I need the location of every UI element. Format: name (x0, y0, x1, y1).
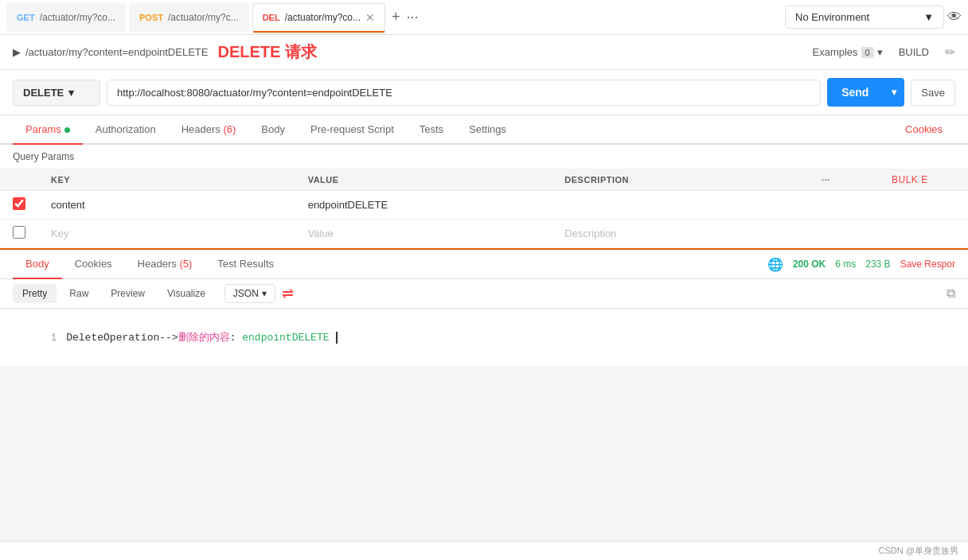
th-value: VALUE (308, 175, 559, 185)
save-response-button[interactable]: Save Respor (900, 259, 955, 270)
th-description: DESCRIPTION (564, 175, 815, 185)
resp-tab-body[interactable]: Body (13, 250, 62, 279)
format-preview-button[interactable]: Preview (101, 284, 154, 303)
tab-get-path: /actuator/my?co... (40, 12, 115, 23)
tab-authorization-label: Authorization (96, 123, 156, 135)
add-tab-button[interactable]: + (392, 9, 400, 25)
tab-cookies[interactable]: Cookies (892, 115, 955, 145)
tab-params[interactable]: Params (13, 115, 83, 145)
response-time: 6 ms (835, 259, 856, 270)
more-tabs-button[interactable]: ··· (407, 9, 419, 25)
tabs-bar: GET /actuator/my?co... POST /actuator/my… (0, 0, 968, 35)
new-param-row: Key Value Description (0, 220, 968, 248)
status-code: 200 OK (793, 259, 826, 270)
examples-label: Examples (813, 46, 858, 58)
row-key[interactable]: content (51, 196, 302, 214)
tab-headers-label: Headers (182, 123, 221, 135)
url-bar: DELETE ▾ Send ▾ Save (0, 70, 968, 115)
params-table: KEY VALUE DESCRIPTION ··· Bulk E content… (0, 169, 968, 248)
save-button[interactable]: Save (911, 80, 955, 106)
tab-del-method: DEL (263, 13, 280, 22)
line-number-1: 1 (37, 332, 57, 344)
row-value[interactable]: endpointDELETE (308, 196, 559, 214)
tab-del[interactable]: DEL /actuator/my?co... ✕ (252, 3, 385, 32)
tab-settings-label: Settings (469, 123, 506, 135)
new-row-checkbox-cell (13, 226, 45, 241)
tab-get[interactable]: GET /actuator/my?co... (6, 3, 126, 32)
response-line-1: 1DeleteOperation-->删除的内容: endpointDELETE (13, 318, 955, 356)
resp-headers-count: (5) (179, 258, 192, 270)
examples-button[interactable]: Examples 0 ▾ (813, 46, 883, 58)
th-bulk: Bulk E (892, 174, 955, 185)
send-button[interactable]: Send ▾ (827, 78, 904, 107)
examples-chevron-icon: ▾ (877, 46, 883, 58)
new-row-key[interactable]: Key (51, 224, 302, 243)
edit-icon[interactable]: ✏ (945, 45, 955, 60)
format-raw-button[interactable]: Raw (60, 284, 98, 303)
format-bar: Pretty Raw Preview Visualize JSON ▾ ⇌ ⧉ (0, 279, 968, 309)
bulk-edit-button[interactable]: Bulk E (892, 174, 928, 185)
title-bar: ▶ /actuator/my?content=endpointDELETE DE… (0, 35, 968, 70)
tab-tests[interactable]: Tests (407, 115, 456, 145)
path-arrow-icon: ▶ (13, 46, 21, 58)
row-actions (822, 202, 885, 208)
row-checkbox[interactable] (13, 197, 25, 210)
url-input[interactable] (107, 80, 821, 106)
response-body: 1DeleteOperation-->删除的内容: endpointDELETE (0, 309, 968, 366)
format-pretty-button[interactable]: Pretty (13, 284, 57, 303)
resp-tab-cookies-label: Cookies (75, 258, 112, 270)
eye-icon[interactable]: 👁 (947, 9, 962, 25)
send-label: Send (827, 78, 883, 107)
tab-post-method: POST (139, 13, 163, 22)
tab-body[interactable]: Body (248, 115, 298, 145)
headers-count: (6) (223, 123, 236, 135)
th-key: KEY (51, 175, 302, 185)
resp-tab-headers-label: Headers (138, 258, 177, 270)
params-active-dot (64, 127, 70, 133)
env-chevron-icon: ▼ (923, 11, 934, 23)
request-tabs: Params Authorization Headers (6) Body Pr… (0, 115, 968, 145)
table-row: content endpointDELETE (0, 191, 968, 220)
new-row-description[interactable]: Description (564, 224, 815, 243)
response-content: DeleteOperation-->删除的内容: endpointDELETE (66, 332, 338, 344)
tab-headers[interactable]: Headers (6) (169, 115, 249, 145)
tab-actions: + ··· (392, 9, 419, 25)
resp-tab-test-results-label: Test Results (217, 258, 274, 270)
env-label: No Environment (795, 11, 869, 23)
row-description[interactable] (564, 202, 815, 208)
tab-post[interactable]: POST /actuator/my?c... (129, 3, 249, 32)
copy-button[interactable]: ⧉ (947, 286, 955, 301)
method-chevron-icon: ▾ (68, 87, 74, 99)
response-size: 233 B (865, 259, 890, 270)
new-row-value[interactable]: Value (308, 224, 559, 243)
endpoint-path-text: /actuator/my?content=endpointDELETE (25, 46, 208, 58)
tab-pre-request[interactable]: Pre-request Script (298, 115, 407, 145)
endpoint-path: ▶ /actuator/my?content=endpointDELETE (13, 46, 208, 58)
tab-del-close[interactable]: ✕ (365, 11, 375, 24)
tab-cookies-label: Cookies (905, 123, 943, 135)
query-params-label: Query Params (13, 151, 74, 162)
tab-params-label: Params (25, 123, 61, 135)
build-button[interactable]: BUILD (892, 43, 935, 61)
send-arrow-icon[interactable]: ▾ (884, 79, 904, 106)
format-visualize-button[interactable]: Visualize (158, 284, 215, 303)
new-row-checkbox[interactable] (13, 226, 25, 239)
wrap-button[interactable]: ⇌ (282, 285, 294, 302)
format-type-select[interactable]: JSON ▾ (224, 284, 275, 303)
response-tabs: Body Cookies Headers (5) Test Results 🌐 … (0, 248, 968, 279)
tab-authorization[interactable]: Authorization (83, 115, 169, 145)
method-label: DELETE (23, 87, 64, 99)
resp-tab-test-results[interactable]: Test Results (205, 250, 287, 279)
resp-tab-headers[interactable]: Headers (5) (125, 250, 205, 279)
tab-tests-label: Tests (420, 123, 443, 135)
row-checkbox-cell (13, 197, 45, 212)
tab-get-method: GET (17, 13, 35, 22)
method-select[interactable]: DELETE ▾ (13, 80, 100, 106)
table-header: KEY VALUE DESCRIPTION ··· Bulk E (0, 169, 968, 191)
tab-settings[interactable]: Settings (456, 115, 519, 145)
section-query-params: Query Params (0, 145, 968, 169)
environment-selector[interactable]: No Environment ▼ (785, 6, 944, 29)
resp-tab-cookies[interactable]: Cookies (62, 250, 125, 279)
dots-icon[interactable]: ··· (822, 175, 830, 185)
th-actions: ··· (822, 175, 885, 185)
